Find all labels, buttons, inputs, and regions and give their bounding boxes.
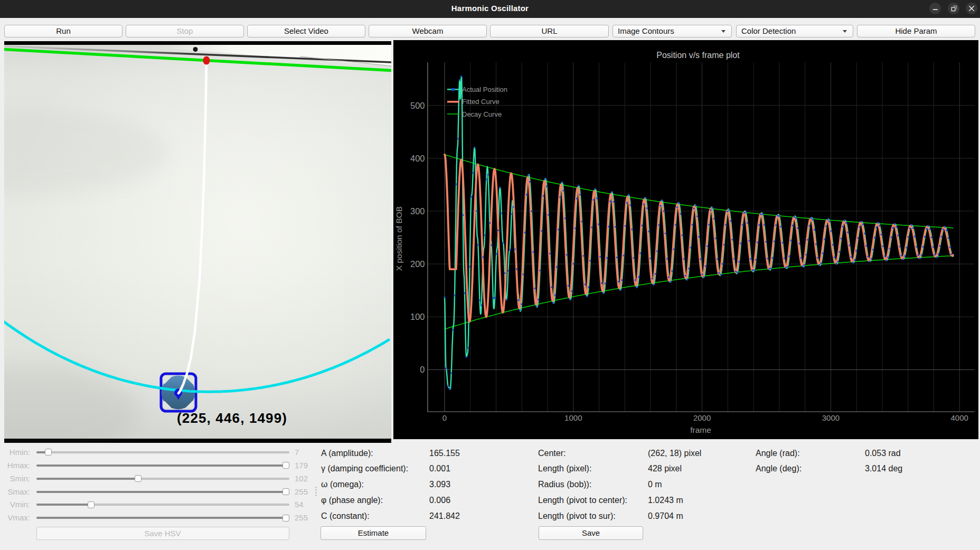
svg-text:100: 100 xyxy=(410,312,425,321)
svg-text:Decay Curve: Decay Curve xyxy=(462,110,502,118)
svg-text:400: 400 xyxy=(410,154,425,163)
svg-text:0: 0 xyxy=(442,413,447,422)
svg-text:frame: frame xyxy=(690,425,711,434)
svg-text:3000: 3000 xyxy=(822,413,840,422)
svg-text:500: 500 xyxy=(410,101,425,110)
svg-text:0: 0 xyxy=(420,365,425,374)
svg-text:300: 300 xyxy=(410,206,425,216)
svg-text:200: 200 xyxy=(410,259,425,269)
svg-text:Position v/s frame plot: Position v/s frame plot xyxy=(656,51,740,60)
svg-text:(225, 446, 1499): (225, 446, 1499) xyxy=(177,410,287,426)
svg-text:4000: 4000 xyxy=(951,413,968,422)
svg-text:Actual Position: Actual Position xyxy=(462,86,507,93)
svg-text:1000: 1000 xyxy=(564,413,582,422)
svg-text:Fitted Curve: Fitted Curve xyxy=(462,98,500,106)
svg-text:2000: 2000 xyxy=(693,413,711,422)
svg-text:X position of BOB: X position of BOB xyxy=(394,206,403,271)
